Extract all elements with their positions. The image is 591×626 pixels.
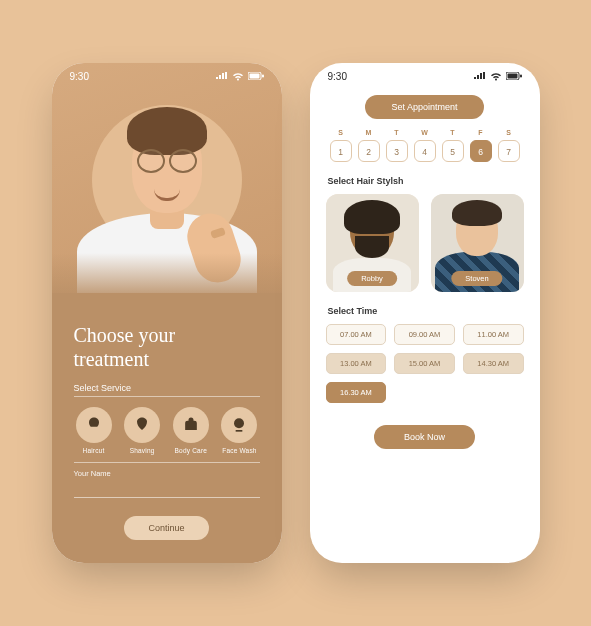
time-slot[interactable]: 07.00 AM	[326, 324, 387, 345]
stylist-name: Stoven	[451, 271, 502, 286]
svg-rect-5	[507, 74, 517, 79]
treatment-screen: 9:30 Choose your treatment Select Servic…	[52, 63, 282, 563]
calendar-date[interactable]: 7	[498, 140, 520, 162]
status-time: 9:30	[70, 71, 89, 82]
name-label: Your Name	[74, 469, 260, 478]
haircut-icon	[76, 407, 112, 443]
stylist-card-stoven[interactable]: Stoven	[431, 194, 524, 292]
service-bodycare[interactable]: Body Care	[173, 407, 209, 454]
time-slot[interactable]: 13.00 AM	[326, 353, 387, 374]
time-slot[interactable]: 14.30 AM	[463, 353, 524, 374]
name-input[interactable]	[74, 482, 260, 498]
calendar-date[interactable]: 6	[470, 140, 492, 162]
svg-rect-6	[520, 75, 522, 78]
svg-rect-1	[249, 74, 259, 79]
signal-icon	[474, 72, 486, 80]
appointment-screen: 9:30 Set Appointment SMTWTFS 1234567 Sel…	[310, 63, 540, 563]
service-facewash[interactable]: Face Wash	[221, 407, 257, 454]
calendar-date[interactable]: 4	[414, 140, 436, 162]
book-now-button[interactable]: Book Now	[374, 425, 475, 449]
calendar-date[interactable]: 5	[442, 140, 464, 162]
time-slot[interactable]: 15.00 AM	[394, 353, 455, 374]
calendar-day-of-week: T	[386, 129, 408, 136]
status-icons	[474, 72, 522, 81]
signal-icon	[216, 72, 228, 80]
shaving-icon	[124, 407, 160, 443]
svg-rect-2	[262, 75, 264, 78]
calendar-day-of-week: T	[442, 129, 464, 136]
calendar-day-of-week: W	[414, 129, 436, 136]
calendar: SMTWTFS 1234567	[330, 129, 520, 162]
service-shaving[interactable]: Shaving	[124, 407, 160, 454]
calendar-day-of-week: F	[470, 129, 492, 136]
service-label: Face Wash	[222, 447, 256, 454]
calendar-date[interactable]: 3	[386, 140, 408, 162]
battery-icon	[506, 72, 522, 80]
svg-point-3	[234, 418, 244, 428]
service-label: Body Care	[175, 447, 208, 454]
calendar-date[interactable]: 2	[358, 140, 380, 162]
select-time-label: Select Time	[328, 306, 522, 316]
calendar-date[interactable]: 1	[330, 140, 352, 162]
service-haircut[interactable]: Haircut	[76, 407, 112, 454]
battery-icon	[248, 72, 264, 80]
calendar-day-of-week: S	[330, 129, 352, 136]
select-service-label: Select Service	[74, 383, 260, 393]
stylist-name: Robby	[347, 271, 397, 286]
status-bar: 9:30	[52, 63, 282, 89]
service-label: Shaving	[130, 447, 155, 454]
page-title: Choose your treatment	[74, 323, 260, 371]
status-bar: 9:30	[310, 63, 540, 89]
select-stylist-label: Select Hair Stylsh	[328, 176, 522, 186]
stylist-card-robby[interactable]: Robby	[326, 194, 419, 292]
continue-button[interactable]: Continue	[124, 516, 208, 540]
set-appointment-button[interactable]: Set Appointment	[365, 95, 483, 119]
service-label: Haircut	[83, 447, 105, 454]
time-slot[interactable]: 11.00 AM	[463, 324, 524, 345]
service-list: Haircut Shaving Body Care Face Wash	[76, 407, 258, 454]
wifi-icon	[490, 72, 502, 81]
treatment-panel: Choose your treatment Select Service Hai…	[52, 293, 282, 563]
bodycare-icon	[173, 407, 209, 443]
calendar-day-of-week: S	[498, 129, 520, 136]
status-icons	[216, 72, 264, 81]
status-time: 9:30	[328, 71, 347, 82]
time-slot[interactable]: 09.00 AM	[394, 324, 455, 345]
time-slot[interactable]: 16.30 AM	[326, 382, 387, 403]
facewash-icon	[221, 407, 257, 443]
wifi-icon	[232, 72, 244, 81]
calendar-day-of-week: M	[358, 129, 380, 136]
